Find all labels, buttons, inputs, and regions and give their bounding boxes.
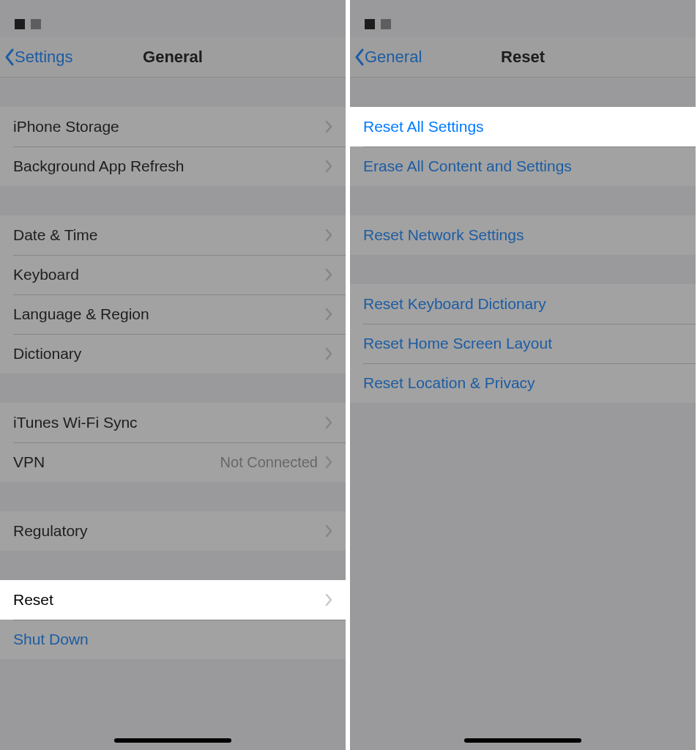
status-indicator-icon [31,19,41,29]
row-label: Reset Home Screen Layout [363,335,682,352]
back-label: Settings [15,48,73,67]
back-button[interactable]: General [350,48,422,67]
chevron-right-icon [325,347,332,360]
chevron-left-icon [4,48,15,66]
settings-group: iPhone StorageBackground App Refresh [0,107,346,186]
settings-row[interactable]: Language & Region [0,294,346,334]
settings-row[interactable]: Shut Down [0,620,346,659]
row-label: Reset Network Settings [363,226,682,244]
settings-group: ResetShut Down [0,580,346,659]
settings-row[interactable]: Keyboard [0,255,346,294]
row-label: VPN [13,453,220,471]
row-label: Keyboard [13,266,325,283]
settings-group: Reset Network Settings [350,215,696,255]
section-gap [0,78,346,107]
settings-row[interactable]: Dictionary [0,334,346,374]
settings-row[interactable]: iPhone Storage [0,107,346,146]
chevron-right-icon [325,524,332,538]
chevron-right-icon [325,268,332,281]
row-label: Date & Time [13,226,325,244]
back-button[interactable]: Settings [0,48,73,67]
chevron-right-icon [325,456,332,469]
section-gap [0,374,346,403]
home-indicator[interactable] [464,738,581,743]
home-indicator[interactable] [114,738,231,743]
section-gap [0,186,346,215]
chevron-right-icon [325,120,332,133]
chevron-left-icon [354,48,365,66]
section-gap [0,551,346,580]
phone-left: Settings General iPhone StorageBackgroun… [0,0,350,750]
settings-row[interactable]: VPNNot Connected [0,442,346,482]
chevron-right-icon [325,416,332,429]
row-label: iTunes Wi-Fi Sync [13,414,325,431]
row-label: iPhone Storage [13,118,325,135]
row-label: Reset All Settings [363,118,682,135]
status-indicator-icon [15,19,25,29]
settings-row[interactable]: Reset Keyboard Dictionary [350,284,696,324]
row-label: Reset Location & Privacy [363,374,682,392]
section-gap [0,482,346,511]
section-gap [350,78,696,107]
phone-right: General Reset Reset All SettingsErase Al… [350,0,700,750]
chevron-right-icon [325,229,332,242]
status-bar [350,0,696,37]
section-gap [350,255,696,284]
status-indicator-icon [381,19,391,29]
row-label: Erase All Content and Settings [363,157,682,175]
settings-group: Date & TimeKeyboardLanguage & RegionDict… [0,215,346,374]
row-label: Shut Down [13,631,332,648]
settings-group: iTunes Wi-Fi SyncVPNNot Connected [0,403,346,482]
back-label: General [365,48,422,67]
chevron-right-icon [325,308,332,321]
row-label: Reset Keyboard Dictionary [363,295,682,313]
section-gap [350,186,696,215]
settings-group: Regulatory [0,511,346,551]
settings-row[interactable]: Background App Refresh [0,146,346,186]
settings-row[interactable]: iTunes Wi-Fi Sync [0,403,346,442]
nav-bar: Settings General [0,37,346,78]
row-label: Reset [13,591,325,609]
settings-row[interactable]: Reset [0,580,346,620]
settings-row[interactable]: Reset Home Screen Layout [350,324,696,363]
nav-bar: General Reset [350,37,696,78]
content-area: Reset All SettingsErase All Content and … [350,78,696,750]
content-area: iPhone StorageBackground App RefreshDate… [0,78,346,750]
status-bar [0,0,346,37]
row-label: Dictionary [13,345,325,363]
settings-row[interactable]: Reset All Settings [350,107,696,146]
settings-group: Reset Keyboard DictionaryReset Home Scre… [350,284,696,403]
settings-row[interactable]: Reset Network Settings [350,215,696,255]
settings-row[interactable]: Regulatory [0,511,346,551]
status-indicator-icon [365,19,375,29]
settings-row[interactable]: Reset Location & Privacy [350,363,696,403]
settings-row[interactable]: Erase All Content and Settings [350,146,696,186]
row-value: Not Connected [220,454,318,471]
settings-row[interactable]: Date & Time [0,215,346,255]
chevron-right-icon [325,160,332,173]
row-label: Language & Region [13,305,325,323]
settings-group: Reset All SettingsErase All Content and … [350,107,696,186]
chevron-right-icon [325,593,332,606]
row-label: Background App Refresh [13,157,325,175]
row-label: Regulatory [13,522,325,540]
